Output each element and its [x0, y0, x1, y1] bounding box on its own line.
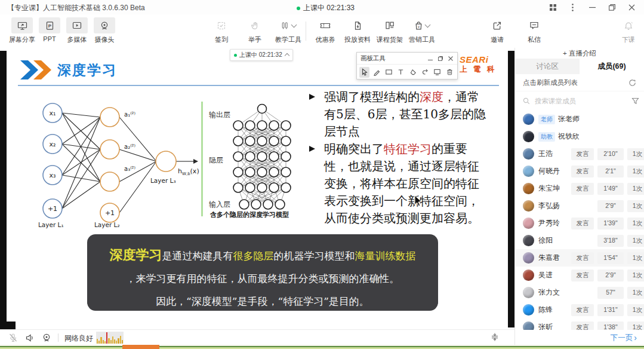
tab-discussion[interactable]: 讨论区 [515, 59, 580, 74]
chevron-down-icon [425, 22, 431, 27]
next-page-button[interactable]: 下一页 › [611, 333, 637, 343]
member-name: 张力文 [538, 287, 560, 298]
live-intro-link[interactable]: + 直播介绍 [515, 48, 644, 59]
title-chevrons-icon [20, 60, 54, 79]
camera-button[interactable]: 摄像头 [91, 17, 118, 44]
course-shelf-button[interactable]: 课程货架 [376, 17, 403, 44]
window-title: 【专业课】人工智能技术基础 3.0.6.30 Beta [7, 3, 145, 13]
speak-chip[interactable]: 发言 [571, 148, 594, 160]
speak-chip[interactable]: 发言 [571, 166, 594, 177]
svg-text:Layer L₃: Layer L₃ [150, 177, 176, 184]
search-input[interactable] [534, 97, 628, 105]
member-row[interactable]: 李弘扬 2'9" 1次 [515, 197, 644, 215]
text-tool-icon[interactable] [396, 67, 406, 78]
more-menu-icon[interactable] [568, 3, 577, 11]
floating-class-timer[interactable]: 上课中 02:21:32 [230, 49, 293, 61]
board-tool-icon[interactable] [432, 67, 442, 78]
rectangle-tool-icon[interactable] [384, 67, 394, 78]
avatar [523, 218, 534, 229]
marketing-tools-button[interactable]: ¥ 营销工具 [408, 17, 436, 44]
filter-icon[interactable] [631, 97, 639, 105]
pen-tool-icon[interactable] [371, 67, 381, 78]
end-class-bell-icon [624, 17, 634, 33]
screen-share-button[interactable]: 屏幕分享 [8, 17, 36, 44]
member-row[interactable]: 尹秀玲 发言 1'39" 1次 [515, 215, 644, 232]
media-button[interactable]: 多媒体 [63, 17, 91, 44]
bullet-text: 强调了模型结构的深度，通常有5层、6层，甚至10多层的隐层节点 [324, 90, 486, 139]
network-status: 网络良好 [64, 333, 93, 344]
bottom-bar: 网络良好 [0, 329, 514, 345]
panel-restore-icon[interactable] [437, 56, 443, 62]
count-chip: 1次 [627, 200, 644, 212]
invite-icon [492, 17, 502, 33]
member-row[interactable]: 徐阳 3'18" 1次 [515, 232, 644, 249]
member-row[interactable]: 何晓丹 发言 2'1" 1次 [515, 163, 644, 180]
collapse-panel-icon[interactable] [491, 332, 499, 342]
coupon-button[interactable]: 优惠券 [312, 17, 339, 44]
duration-chip: 2'9" [597, 200, 624, 212]
speak-chip[interactable]: 发言 [571, 218, 594, 229]
member-row[interactable]: 助教 祝轶欣 [515, 128, 644, 145]
member-row[interactable]: 朱宝坤 发言 1'49" 1次 [515, 180, 644, 197]
refresh-icon[interactable] [628, 79, 636, 87]
panel-close-icon[interactable] [448, 56, 454, 62]
count-chip: 1次 [627, 218, 644, 229]
seari-logo-cn: 上 電 科 [460, 66, 496, 74]
grid-view-icon[interactable] [549, 3, 557, 11]
count-chip: 1次 [627, 287, 644, 299]
whiteboard-panel-title: 画板工具 [360, 54, 386, 63]
count-chip: 1次 [627, 304, 644, 316]
refresh-member-list[interactable]: 点击刷新成员列表 [515, 74, 644, 91]
speaker-icon[interactable] [24, 332, 36, 344]
member-row[interactable]: 老师 张老师 [515, 111, 644, 128]
green-divider [201, 102, 203, 216]
desktop-strip-segment [122, 345, 159, 349]
materials-button[interactable]: 投放资料 [344, 17, 371, 44]
member-row[interactable]: 陈锋 发言 1'31" 1次 [515, 301, 644, 319]
svg-text:a₂⁽²⁾: a₂⁽²⁾ [124, 143, 135, 150]
checkin-button[interactable]: 签到 [208, 17, 235, 44]
invite-button[interactable]: 邀请 [483, 17, 511, 44]
teaching-tools-icon [281, 17, 296, 33]
marketing-tools-icon: ¥ [414, 17, 430, 33]
svg-text:+1: +1 [105, 209, 115, 217]
minimize-button[interactable] [588, 3, 596, 11]
member-row[interactable]: 朱嘉君 发言 1'54" 1次 [515, 249, 644, 267]
restore-button[interactable] [608, 3, 616, 11]
live-dot-icon [297, 7, 300, 10]
select-tool-icon[interactable] [359, 67, 369, 78]
speak-chip[interactable]: 发言 [571, 270, 594, 281]
microphone-muted-icon[interactable] [7, 332, 19, 344]
seari-logo: SEARi 上 電 科 [460, 55, 496, 74]
role-badge: 老师 [538, 115, 555, 124]
seari-logo-text: SEARi [460, 55, 496, 64]
avatar [523, 252, 534, 264]
avatar [523, 304, 534, 316]
duration-chip: 57" [597, 287, 624, 299]
svg-text:a₃⁽²⁾: a₃⁽²⁾ [124, 166, 135, 172]
slide-bullets: 强调了模型结构的深度，通常有5层、6层，甚至10多层的隐层节点 明确突出了特征学… [308, 88, 491, 227]
title-underline [18, 85, 499, 86]
svg-text:+1: +1 [48, 205, 57, 213]
trash-tool-icon[interactable] [445, 67, 455, 78]
close-button[interactable] [627, 3, 636, 11]
member-row[interactable]: 王浩 发言 2'10" 1次 [515, 145, 644, 163]
speak-chip[interactable]: 发言 [571, 183, 594, 195]
bullet-text: 明确突出了特征学习的重要性，也就是说，通过逐层特征变换，将样本在原空间的特征表示… [324, 142, 479, 225]
webcam-icon[interactable] [41, 332, 53, 344]
dm-button[interactable]: 私信 [520, 17, 548, 44]
collapse-caret-icon[interactable] [285, 53, 289, 58]
member-row[interactable]: 张力文 57" 1次 [515, 284, 644, 301]
tab-members[interactable]: 成员(69) [580, 59, 644, 74]
raise-hand-button[interactable]: 举手 [241, 17, 269, 44]
ppt-button[interactable]: P PPT [36, 17, 63, 44]
undo-tool-icon[interactable] [420, 67, 430, 78]
speak-chip[interactable]: 发言 [571, 252, 594, 264]
speak-chip[interactable]: 发言 [571, 304, 594, 316]
teaching-tools-button[interactable]: 教学工具 [275, 17, 302, 44]
end-class-button[interactable]: 下课 [615, 17, 642, 44]
panel-minimize-icon[interactable] [427, 56, 433, 62]
eraser-tool-icon[interactable] [408, 67, 418, 78]
bullet-item: 明确突出了特征学习的重要性，也就是说，通过逐层特征变换，将样本在原空间的特征表示… [308, 140, 491, 227]
member-row[interactable]: 吴进 发言 2'9" 1次 [515, 267, 644, 284]
